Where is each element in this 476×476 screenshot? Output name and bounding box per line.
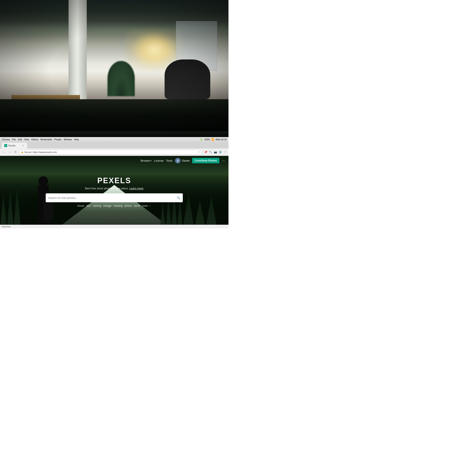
office-scene xyxy=(0,0,228,142)
tab-close-button[interactable]: ✕ xyxy=(22,144,25,147)
forward-button[interactable]: → xyxy=(7,150,12,155)
license-nav-link[interactable]: License xyxy=(154,159,164,162)
pexels-navbar: Browse License Tools D Daniel Contribute… xyxy=(0,156,228,165)
tools-nav-link[interactable]: Tools xyxy=(166,159,172,162)
search-tag-meeting[interactable]: meeting xyxy=(114,204,123,207)
user-menu[interactable]: D Daniel xyxy=(175,158,189,163)
search-tag-vintage[interactable]: vintage xyxy=(103,204,112,207)
search-tag-blur[interactable]: blur xyxy=(86,204,91,207)
menu-bar-left: Chrome File Edit View History Bookmarks … xyxy=(2,138,197,141)
address-bar-row: ← → ↻ 🔒 Secure https://www.pexels.com ☆ … xyxy=(0,149,228,156)
contribute-photos-button[interactable]: Contribute Photos xyxy=(192,158,219,163)
search-tags-more[interactable]: more → xyxy=(142,204,151,207)
back-button[interactable]: ← xyxy=(1,150,6,155)
search-input[interactable] xyxy=(48,196,175,200)
hero-text-area: PEXELS Best free stock photos in one pla… xyxy=(46,176,183,207)
address-right-icons: ☆ xyxy=(198,151,200,153)
menu-app[interactable]: Chrome xyxy=(2,138,10,141)
secure-label: Secure xyxy=(24,151,32,153)
wifi-icon: 📶 xyxy=(211,138,214,141)
extension-icon-2[interactable]: 🔧 xyxy=(208,150,213,154)
status-text: Searches xyxy=(2,225,11,228)
extension-icon-4[interactable]: ⚙️ xyxy=(218,150,222,154)
hero-subtitle: Best free stock photos in one place. Lea… xyxy=(46,187,183,190)
username-label: Daniel xyxy=(182,159,189,162)
learn-more-link[interactable]: Learn more xyxy=(130,187,143,190)
menu-window[interactable]: Window xyxy=(64,138,72,141)
user-avatar: D xyxy=(175,158,180,163)
search-tag-phone[interactable]: phone xyxy=(125,204,132,207)
status-bar: Searches xyxy=(0,225,228,228)
more-extensions[interactable]: ⋮ xyxy=(223,150,227,154)
menu-bar: Chrome File Edit View History Bookmarks … xyxy=(0,137,228,142)
browse-nav-link[interactable]: Browse xyxy=(141,159,152,162)
screen-top-frame xyxy=(0,131,228,132)
menu-help[interactable]: Help xyxy=(74,138,79,141)
search-submit-button[interactable]: 🔍 xyxy=(177,196,180,200)
search-tag-wood[interactable]: wood xyxy=(134,204,140,207)
nav-more-button[interactable]: ··· xyxy=(222,158,225,163)
browser-toolbar-icons: 📌 🔧 📷 ⚙️ ⋮ xyxy=(204,150,227,154)
website-content: Browse License Tools D Daniel Contribute… xyxy=(0,156,228,228)
star-icon[interactable]: ☆ xyxy=(198,151,200,153)
address-bar[interactable]: 🔒 Secure https://www.pexels.com ☆ xyxy=(19,150,202,155)
search-tags: house blur training vintage meeting phon… xyxy=(46,204,183,207)
menu-file[interactable]: File xyxy=(12,138,16,141)
pillar xyxy=(68,0,87,99)
extension-icon-3[interactable]: 📷 xyxy=(213,150,218,154)
search-tag-house[interactable]: house xyxy=(77,204,85,207)
menu-edit[interactable]: Edit xyxy=(18,138,22,141)
menu-bookmarks[interactable]: Bookmarks xyxy=(41,138,52,141)
menu-bar-right: 🔋 100% 📶 Wed 16:15 xyxy=(200,138,227,141)
url-text: https://www.pexels.com xyxy=(33,151,57,153)
tab-bar: P Pexels ✕ xyxy=(0,142,228,149)
hero-title: PEXELS xyxy=(46,176,183,185)
plant xyxy=(107,61,135,96)
chair xyxy=(165,59,210,99)
clock: Wed 16:15 xyxy=(216,138,227,141)
table xyxy=(11,95,80,99)
menu-view[interactable]: View xyxy=(24,138,29,141)
secure-icon: 🔒 xyxy=(21,151,23,153)
pexels-hero: Browse License Tools D Daniel Contribute… xyxy=(0,156,228,228)
tab-favicon: P xyxy=(4,144,7,147)
browser-tab-pexels[interactable]: P Pexels ✕ xyxy=(2,143,27,149)
menu-people[interactable]: People xyxy=(54,138,62,141)
battery-label: 100% xyxy=(204,138,210,141)
search-bar: 🔍 xyxy=(46,193,183,202)
search-tag-training[interactable]: training xyxy=(93,204,101,207)
extension-pinterest[interactable]: 📌 xyxy=(204,150,208,154)
refresh-button[interactable]: ↻ xyxy=(13,150,18,155)
tab-title: Pexels xyxy=(8,144,16,147)
menu-history[interactable]: History xyxy=(31,138,38,141)
browser-window: Chrome File Edit View History Bookmarks … xyxy=(0,137,228,228)
battery-icon: 🔋 xyxy=(200,138,203,141)
